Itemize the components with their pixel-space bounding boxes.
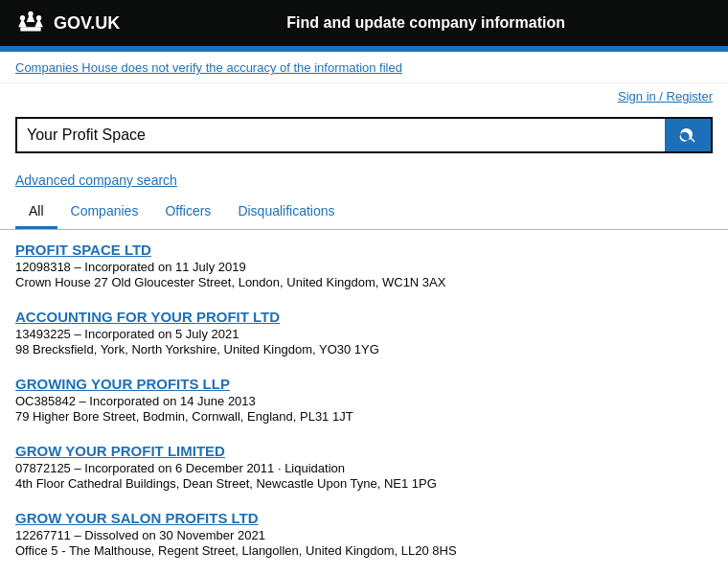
tabs-container: All Companies Officers Disqualifications: [0, 196, 728, 230]
tab-disqualifications[interactable]: Disqualifications: [224, 196, 348, 229]
result-item: GROWING YOUR PROFITS LLPOC385842 – Incor…: [15, 376, 713, 424]
search-box: [15, 117, 713, 153]
svg-marker-5: [18, 18, 27, 28]
tab-officers[interactable]: Officers: [151, 196, 224, 229]
result-item: GROW YOUR SALON PROFITS LTD12267711 – Di…: [15, 510, 713, 558]
result-address: Crown House 27 Old Gloucester Street, Lo…: [15, 275, 713, 289]
result-name[interactable]: GROW YOUR SALON PROFITS LTD: [15, 510, 259, 526]
result-address: Office 5 - The Malthouse, Regent Street,…: [15, 543, 713, 558]
search-icon: [678, 126, 697, 145]
result-meta: 07872125 – Incorporated on 6 December 20…: [15, 461, 713, 475]
site-header: GOV.UK Find and update company informati…: [0, 0, 728, 46]
disclaimer-bar: Companies House does not verify the accu…: [0, 52, 728, 83]
signin-link[interactable]: Sign in / Register: [618, 89, 713, 104]
result-address: 98 Brecksfield, York, North Yorkshire, U…: [15, 342, 713, 356]
results-list: PROFIT SPACE LTD12098318 – Incorporated …: [0, 230, 728, 575]
header-title: Find and update company information: [139, 14, 713, 32]
tab-all[interactable]: All: [15, 196, 57, 229]
result-item: PROFIT SPACE LTD12098318 – Incorporated …: [15, 242, 713, 289]
result-item: GROW YOUR PROFIT LIMITED07872125 – Incor…: [15, 443, 713, 491]
svg-point-3: [28, 12, 33, 16]
svg-marker-6: [34, 18, 43, 28]
tab-companies[interactable]: Companies: [57, 196, 152, 229]
result-address: 79 Higher Bore Street, Bodmin, Cornwall,…: [15, 409, 713, 424]
result-meta: 12098318 – Incorporated on 11 July 2019: [15, 260, 713, 274]
result-meta: 12267711 – Dissolved on 30 November 2021: [15, 528, 713, 542]
signin-bar: Sign in / Register: [0, 83, 728, 109]
search-input[interactable]: [17, 119, 665, 151]
svg-rect-0: [20, 27, 40, 31]
tabs: All Companies Officers Disqualifications: [15, 196, 713, 229]
result-name[interactable]: PROFIT SPACE LTD: [15, 242, 151, 258]
result-meta: OC385842 – Incorporated on 14 June 2013: [15, 394, 713, 408]
result-meta: 13493225 – Incorporated on 5 July 2021: [15, 327, 713, 341]
result-name[interactable]: GROWING YOUR PROFITS LLP: [15, 376, 230, 392]
advanced-search-link[interactable]: Advanced company search: [15, 172, 177, 188]
crown-icon: [15, 8, 46, 38]
result-address: 4th Floor Cathedral Buildings, Dean Stre…: [15, 476, 713, 491]
search-container: [0, 109, 728, 169]
logo-text: GOV.UK: [54, 13, 120, 34]
search-button[interactable]: [665, 119, 711, 151]
result-item: ACCOUNTING FOR YOUR PROFIT LTD13493225 –…: [15, 309, 713, 356]
gov-logo: GOV.UK: [15, 8, 120, 38]
disclaimer-link[interactable]: Companies House does not verify the accu…: [15, 60, 402, 75]
result-name[interactable]: GROW YOUR PROFIT LIMITED: [15, 443, 225, 459]
advanced-search-container: Advanced company search: [0, 169, 728, 196]
result-name[interactable]: ACCOUNTING FOR YOUR PROFIT LTD: [15, 309, 280, 325]
